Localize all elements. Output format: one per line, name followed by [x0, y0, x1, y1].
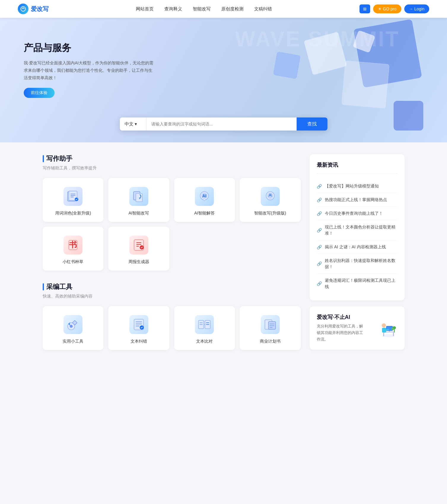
svg-point-0	[21, 7, 26, 11]
nav-rewrite[interactable]: 智能改写	[193, 6, 211, 12]
news-text-4: 揭示 AI 之谜：AI 内容检测器上线	[325, 244, 386, 250]
nav-query[interactable]: 查询释义	[164, 6, 182, 12]
hero-deco-5	[394, 101, 423, 131]
grid-button[interactable]: ⊞	[359, 4, 370, 13]
news-text-2: 今日历史事件查询功能上线了！	[325, 210, 383, 217]
ai-answer-icon: AI	[195, 187, 214, 206]
news-item-3[interactable]: 🔗 现已上线！文本颜色分析器让提取更精准！	[317, 220, 397, 240]
svg-rect-48	[382, 328, 386, 333]
news-item-5[interactable]: 🔗 姓名识别利器：快速提取和解析姓名数据！	[317, 254, 397, 274]
tool-text-proofread[interactable]: 文本纠错	[108, 306, 169, 350]
svg-rect-49	[386, 329, 389, 330]
tool-ai-answer[interactable]: AI AI智能解答	[174, 178, 235, 222]
news-item-4[interactable]: 🔗 揭示 AI 之谜：AI 内容检测器上线	[317, 240, 397, 254]
link-icon-5: 🔗	[317, 261, 322, 266]
ai-rewrite-icon	[129, 187, 148, 206]
writing-tools-grid: 用词润色(全新升级) AI智能改写	[43, 178, 301, 271]
news-text-1: 热搜功能正式上线！掌握网络热点	[325, 197, 387, 203]
logo[interactable]: 爱改写	[18, 4, 49, 14]
tool-xiaohongshu[interactable]: 书 小红书种草	[43, 227, 104, 271]
weekly-report-icon	[129, 236, 148, 255]
promo-card: 爱改写·不止AI 充分利用爱改写的工具，解锁其功能并利用您的内容工作流。	[310, 306, 405, 350]
promo-text: 爱改写·不止AI 充分利用爱改写的工具，解锁其功能并利用您的内容工作流。	[317, 314, 366, 343]
news-item-1[interactable]: 🔗 热搜功能正式上线！掌握网络热点	[317, 193, 397, 207]
hero-desc: 我·爱改写已经全面接入国内AI大模型，作为你的智能伙伴，无论您的需求来自哪个领域…	[24, 59, 154, 82]
news-text-5: 姓名识别利器：快速提取和解析姓名数据！	[325, 257, 397, 270]
smart-rewrite-label: 智能改写(升级版)	[244, 211, 296, 216]
text-compare-icon	[195, 315, 214, 334]
svg-point-52	[392, 328, 394, 330]
smart-rewrite-icon: AI	[261, 187, 280, 206]
business-plan-label: 商业计划书	[244, 339, 296, 344]
link-icon-6: 🔗	[317, 281, 322, 286]
tool-utility[interactable]: 实用小工具	[43, 306, 104, 350]
news-item-0[interactable]: 🔗 【爱改写】网站升级模型通知	[317, 179, 397, 193]
promo-image	[371, 314, 397, 341]
ai-rewrite-label: AI智能改写	[113, 211, 165, 216]
news-item-2[interactable]: 🔗 今日历史事件查询功能上线了！	[317, 207, 397, 220]
hero-deco-2	[273, 52, 301, 79]
tool-smart-rewrite[interactable]: AI 智能改写(升级版)	[240, 178, 301, 222]
hero-deco-4	[341, 61, 390, 109]
caibiantools-subtitle: 快速、高效的辅助采编内容	[43, 294, 301, 299]
writing-section: 写作助手 写作辅助工具，撰写效率提升	[43, 154, 301, 271]
search-button[interactable]: 查找	[297, 117, 327, 131]
utility-label: 实用小工具	[47, 339, 99, 344]
search-input[interactable]	[147, 117, 297, 131]
login-button[interactable]: → Login	[404, 4, 429, 13]
nav-proofread[interactable]: 文稿纠错	[254, 6, 272, 12]
go-pro-button[interactable]: ☀ GO pro	[373, 4, 401, 13]
nav-original[interactable]: 原创度检测	[221, 6, 244, 12]
news-item-6[interactable]: 🔗 避免违规词汇！极限词检测工具现已上线	[317, 274, 397, 293]
svg-text:AI: AI	[202, 193, 206, 198]
title-bar	[43, 155, 44, 162]
tool-weekly-report[interactable]: 周报生成器	[108, 227, 169, 271]
main-content: 写作助手 写作辅助工具，撰写效率提升	[31, 154, 416, 362]
text-compare-label: 文本比对	[179, 339, 230, 344]
hero-content: 产品与服务 我·爱改写已经全面接入国内AI大模型，作为你的智能伙伴，无论您的需求…	[0, 18, 178, 98]
utility-icon	[63, 315, 82, 334]
xiaohongshu-icon: 书	[63, 236, 82, 255]
text-proofread-icon	[129, 315, 148, 334]
tool-word-color[interactable]: 用词润色(全新升级)	[43, 178, 104, 222]
left-panel: 写作助手 写作辅助工具，撰写效率提升	[43, 154, 301, 362]
business-plan-icon	[261, 315, 280, 334]
caibiantools-grid: 实用小工具 文本纠错	[43, 306, 301, 350]
writing-subtitle: 写作辅助工具，撰写效率提升	[43, 166, 301, 171]
wave-text: WAVE SUMMIT	[235, 27, 400, 51]
login-icon: →	[409, 7, 413, 11]
tool-business-plan[interactable]: 商业计划书	[240, 306, 301, 350]
logo-text: 爱改写	[31, 5, 49, 13]
tool-ai-rewrite[interactable]: AI智能改写	[108, 178, 169, 222]
svg-rect-46	[389, 331, 390, 332]
news-title: 最新资讯	[317, 161, 397, 174]
search-section: 中文 ▾ 查找	[120, 117, 327, 131]
caibiantools-section-title: 采编工具	[43, 282, 301, 291]
svg-point-40	[383, 334, 394, 337]
tool-text-compare[interactable]: 文本比对	[174, 306, 235, 350]
link-icon-2: 🔗	[317, 211, 322, 216]
header-buttons: ⊞ ☀ GO pro → Login	[359, 4, 429, 13]
svg-rect-43	[393, 333, 394, 336]
svg-rect-42	[383, 333, 384, 336]
text-proofread-label: 文本纠错	[113, 339, 165, 344]
title-bar-2	[43, 283, 44, 290]
word-color-icon	[63, 187, 82, 206]
nav-home[interactable]: 网站首页	[136, 6, 154, 12]
link-icon-1: 🔗	[317, 198, 322, 202]
svg-point-23	[70, 325, 73, 328]
link-icon-4: 🔗	[317, 245, 322, 249]
search-lang-selector[interactable]: 中文 ▾	[120, 117, 147, 131]
sun-icon: ☀	[378, 7, 382, 11]
news-text-6: 避免违规词汇！极限词检测工具现已上线	[325, 277, 397, 290]
weekly-report-label: 周报生成器	[113, 259, 165, 265]
right-panel: 最新资讯 🔗 【爱改写】网站升级模型通知 🔗 热搜功能正式上线！掌握网络热点 🔗…	[310, 154, 405, 362]
hero-section: WAVE SUMMIT 产品与服务 我·爱改写已经全面接入国内AI大模型，作为你…	[0, 18, 447, 142]
news-card: 最新资讯 🔗 【爱改写】网站升级模型通知 🔗 热搜功能正式上线！掌握网络热点 🔗…	[310, 154, 405, 301]
link-icon-3: 🔗	[317, 228, 322, 233]
hero-cta-button[interactable]: 前往体验	[24, 88, 55, 98]
logo-icon	[18, 4, 28, 14]
news-text-3: 现已上线！文本颜色分析器让提取更精准！	[325, 224, 397, 236]
chevron-down-icon: ▾	[135, 121, 137, 127]
news-text-0: 【爱改写】网站升级模型通知	[325, 183, 379, 189]
